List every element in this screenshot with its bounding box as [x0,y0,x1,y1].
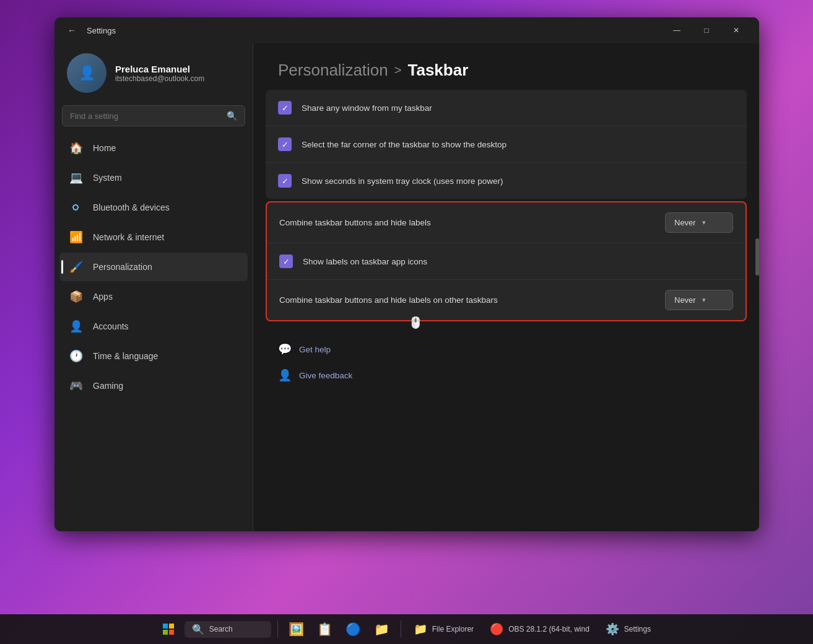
setting-row-combine-other: Combine taskbar buttons and hide labels … [267,280,746,320]
settings-app-icon: ⚙️ [606,622,619,636]
breadcrumb-parent: Personalization [278,61,388,80]
setting-label-combine: Combine taskbar buttons and hide labels [279,218,655,227]
obs-taskbar[interactable]: 🔴 OBS 28.1.2 (64-bit, wind [484,620,596,638]
sidebar-item-home[interactable]: 🏠 Home [59,134,248,162]
start-button[interactable] [156,617,181,642]
sidebar-item-label: System [93,173,122,183]
taskbar-search-label: Search [209,625,233,633]
obs-label: OBS 28.1.2 (64-bit, wind [508,625,589,633]
highlighted-settings-box: Combine taskbar buttons and hide labels … [266,201,747,321]
sidebar-item-bluetooth[interactable]: ⭘ Bluetooth & devices [59,193,248,222]
user-info: Preluca Emanuel itstechbased@outlook.com [115,64,204,83]
sidebar-item-label: Network & internet [93,232,164,242]
sidebar-item-accounts[interactable]: 👤 Accounts [59,312,248,341]
dropdown-value-combine: Never [674,218,696,227]
dropdown-combine-other[interactable]: Never ▾ [665,290,733,310]
taskbar-app-3[interactable]: 🔵 [341,617,366,642]
bluetooth-icon: ⭘ [68,199,84,215]
feedback-icon: 👤 [278,368,292,382]
close-button[interactable]: ✕ [722,20,750,40]
taskbar-app-2[interactable]: 📋 [313,617,337,642]
search-box[interactable]: 🔍 [62,105,245,126]
accounts-icon: 👤 [68,318,84,334]
breadcrumb: Personalization > Taskbar [253,43,759,90]
checkbox-show-labels[interactable]: ✓ [279,255,293,268]
regular-settings-card: ✓ Share any window from my taskbar ✓ Sel… [266,90,747,199]
active-indicator [61,260,63,274]
gaming-icon: 🎮 [68,378,84,394]
window-controls: — □ ✕ [663,20,750,40]
breadcrumb-current: Taskbar [407,61,468,80]
avatar: 👤 [67,53,107,93]
taskbar-divider [277,620,278,638]
sidebar-item-time[interactable]: 🕐 Time & language [59,342,248,370]
sidebar-item-gaming[interactable]: 🎮 Gaming [59,372,248,400]
sidebar: 👤 Preluca Emanuel itstechbased@outlook.c… [54,43,253,531]
sidebar-item-label: Bluetooth & devices [93,202,170,212]
setting-label-show-labels: Show labels on taskbar app icons [303,257,733,266]
taskbar-divider-2 [401,620,401,638]
give-feedback-link[interactable]: 👤 Give feedback [278,362,734,388]
checkbox-seconds[interactable]: ✓ [278,174,292,188]
search-icon: 🔍 [227,111,237,121]
window-title: Settings [87,26,116,35]
setting-label-seconds: Show seconds in system tray clock (uses … [302,176,734,186]
scrollbar-thumb[interactable] [755,238,759,276]
svg-rect-3 [169,630,174,635]
footer-links: 💬 Get help 👤 Give feedback [266,324,747,401]
network-icon: 📶 [68,229,84,245]
avatar-image: 👤 [67,53,107,93]
settings-taskbar[interactable]: ⚙️ Settings [599,620,657,638]
time-icon: 🕐 [68,348,84,364]
search-input[interactable] [70,111,222,121]
main-content: Personalization > Taskbar ✓ Share any wi… [253,43,759,531]
minimize-button[interactable]: — [663,20,691,40]
title-bar: ← Settings — □ ✕ [54,17,759,43]
setting-row-corner: ✓ Select the far corner of the taskbar t… [266,126,747,163]
user-profile: 👤 Preluca Emanuel itstechbased@outlook.c… [59,43,248,105]
checkbox-corner[interactable]: ✓ [278,137,292,151]
dropdown-arrow-other: ▾ [702,296,706,304]
setting-row-combine: Combine taskbar buttons and hide labels … [267,202,746,243]
taskbar-app-1[interactable]: 🖼️ [284,617,309,642]
user-name: Preluca Emanuel [115,64,204,74]
settings-app-label: Settings [624,625,651,633]
scrollbar-track [754,43,759,531]
sidebar-item-apps[interactable]: 📦 Apps [59,282,248,311]
dropdown-combine[interactable]: Never ▾ [665,212,733,233]
sidebar-item-label: Apps [93,292,113,302]
setting-label-combine-other: Combine taskbar buttons and hide labels … [279,295,655,305]
taskbar: 🔍 Search 🖼️ 📋 🔵 📁 📁 File Explorer 🔴 OBS … [0,614,813,644]
get-help-link[interactable]: 💬 Get help [278,336,734,362]
sidebar-item-label: Accounts [93,321,129,331]
taskbar-search[interactable]: 🔍 Search [185,621,271,638]
setting-row-seconds: ✓ Show seconds in system tray clock (use… [266,163,747,199]
setting-row-show-labels: ✓ Show labels on taskbar app icons [267,243,746,280]
get-help-label: Get help [299,345,331,354]
content-area: ✓ Share any window from my taskbar ✓ Sel… [253,90,759,531]
checkbox-share[interactable]: ✓ [278,101,292,115]
dropdown-value-combine-other: Never [674,295,696,305]
file-explorer-icon: 📁 [414,622,427,636]
setting-label-corner: Select the far corner of the taskbar to … [302,140,734,149]
sidebar-item-system[interactable]: 💻 System [59,163,248,192]
sidebar-item-label: Home [93,143,116,153]
user-email: itstechbased@outlook.com [115,74,204,83]
sidebar-item-personalization[interactable]: 🖌️ Personalization [59,253,248,281]
settings-window: ← Settings — □ ✕ 👤 Preluca Emanuel itste… [54,17,759,531]
home-icon: 🏠 [68,140,84,156]
title-bar-left: ← Settings [63,22,116,39]
back-button[interactable]: ← [63,22,80,39]
dropdown-arrow: ▾ [702,219,706,227]
window-body: 👤 Preluca Emanuel itstechbased@outlook.c… [54,43,759,531]
taskbar-app-4[interactable]: 📁 [370,617,394,642]
obs-icon: 🔴 [490,622,503,636]
taskbar-search-icon: 🔍 [192,624,204,635]
sidebar-item-network[interactable]: 📶 Network & internet [59,223,248,251]
maximize-button[interactable]: □ [692,20,721,40]
apps-icon: 📦 [68,289,84,305]
personalization-icon: 🖌️ [68,259,84,275]
help-icon: 💬 [278,342,292,356]
system-icon: 💻 [68,170,84,186]
file-explorer-taskbar[interactable]: 📁 File Explorer [407,620,480,638]
